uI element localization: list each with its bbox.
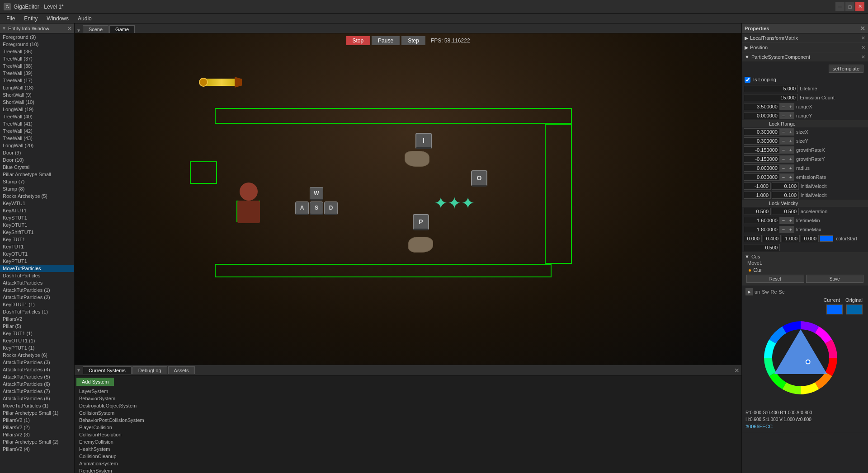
entity-item[interactable]: Foreground (10) <box>0 41 74 48</box>
left-panel-close[interactable]: ✕ <box>67 25 72 32</box>
initial-velocity-1b-input[interactable] <box>772 183 799 190</box>
entity-item[interactable]: KeyDTUT1 <box>0 221 74 229</box>
growth-rate-y-input[interactable] <box>744 155 780 163</box>
entity-item[interactable]: TreeWall (40) <box>0 113 74 120</box>
emission-rate-minus[interactable]: − <box>780 173 787 181</box>
radius-plus[interactable]: + <box>787 164 794 172</box>
emission-rate-plus[interactable]: + <box>787 173 794 181</box>
system-item[interactable]: PlayerCollision <box>76 424 740 431</box>
system-item[interactable]: LayerSystem <box>76 388 740 395</box>
radius-minus[interactable]: − <box>780 164 787 172</box>
entity-item[interactable]: Rocks Archetype (6) <box>0 351 74 359</box>
entity-item[interactable]: PillarsV2 (3) <box>0 431 74 438</box>
size-y-minus[interactable]: − <box>780 137 787 145</box>
size-x-input[interactable] <box>744 128 780 136</box>
reset-button[interactable]: Reset <box>746 275 804 283</box>
entity-item[interactable]: KeyPTUT1 (1) <box>0 344 74 351</box>
radius-input[interactable] <box>744 164 780 172</box>
acceleration-b-input[interactable] <box>772 208 799 215</box>
entity-item[interactable]: KeyITUT1 <box>0 236 74 243</box>
minimize-button[interactable]: ─ <box>835 2 844 11</box>
menu-entity[interactable]: Entity <box>19 14 42 23</box>
entity-item[interactable]: AttackTutParticles <box>0 279 74 286</box>
entity-item[interactable]: AttackTutParticles (8) <box>0 395 74 402</box>
color-start-swatch[interactable] <box>820 235 833 242</box>
system-item[interactable]: EnemyCollision <box>76 438 740 445</box>
maximize-button[interactable]: □ <box>845 2 854 11</box>
range-y-minus[interactable]: − <box>780 112 787 119</box>
entity-item[interactable]: Rocks Archetype (5) <box>0 192 74 200</box>
save-button[interactable]: Save <box>806 275 864 283</box>
entity-item[interactable]: Stump (8) <box>0 185 74 192</box>
entity-item[interactable]: TreeWall (38) <box>0 62 74 70</box>
range-x-plus[interactable]: + <box>787 103 794 110</box>
tab-current-systems[interactable]: Current Systems <box>83 366 132 374</box>
entity-item[interactable]: Blue Crystal <box>0 164 74 171</box>
system-item[interactable]: BehaviorSystem <box>76 395 740 402</box>
emission-rate-input[interactable] <box>744 173 780 181</box>
entity-item[interactable]: AttackTutParticles (1) <box>0 286 74 294</box>
entity-item[interactable]: LongWall (18) <box>0 84 74 91</box>
initial-velocity-1a-input[interactable] <box>744 183 771 190</box>
particle-system-header[interactable]: ▼ ParticleSystemComponent ✕ <box>742 52 868 61</box>
range-x-minus[interactable]: − <box>780 103 787 110</box>
bottom-panel-close[interactable]: ✕ <box>734 367 740 374</box>
entity-item[interactable]: PillarsV2 <box>0 315 74 323</box>
add-system-button[interactable]: Add System <box>76 378 114 386</box>
entity-item[interactable]: Door (9) <box>0 149 74 156</box>
entity-item[interactable]: Pillar Archetype Small <box>0 171 74 178</box>
local-transform-close[interactable]: ✕ <box>861 35 865 41</box>
entity-item[interactable]: KeyATUT1 <box>0 207 74 214</box>
entity-item[interactable]: KeyOTUT1 (1) <box>0 337 74 344</box>
is-looping-checkbox[interactable] <box>745 77 750 83</box>
range-x-input[interactable] <box>744 103 780 110</box>
system-item[interactable]: HealthSystem <box>76 445 740 453</box>
range-y-input[interactable] <box>744 112 780 119</box>
custom-section-header[interactable]: ▼ Cus <box>745 254 865 259</box>
tab-assets[interactable]: Assets <box>168 366 195 374</box>
entity-item[interactable]: AttackTutParticles (7) <box>0 388 74 395</box>
color-play-btn[interactable]: ▶ <box>745 288 753 295</box>
entity-item[interactable]: AttackTutParticles (5) <box>0 373 74 380</box>
acceleration-a-input[interactable] <box>744 208 771 215</box>
entity-item[interactable]: KeyWTU1 <box>0 200 74 207</box>
size-x-minus[interactable]: − <box>780 128 787 136</box>
entity-item[interactable]: Pillar (5) <box>0 323 74 330</box>
entity-item[interactable]: MoveTutParticles (1) <box>0 402 74 409</box>
lifetime-min-input[interactable] <box>744 217 780 224</box>
entity-item[interactable]: DashTutParticles <box>0 272 74 279</box>
entity-item[interactable]: Pillar Archetype Small (1) <box>0 409 74 417</box>
tab-scene[interactable]: Scene <box>83 25 108 33</box>
entity-item[interactable]: KeyITUT1 (1) <box>0 330 74 337</box>
size-y-plus[interactable]: + <box>787 137 794 145</box>
growth-rate-x-minus[interactable]: − <box>780 146 787 154</box>
tab-debug-log[interactable]: DebugLog <box>132 366 167 374</box>
tab-game[interactable]: Game <box>109 25 135 33</box>
entity-item[interactable]: TreeWall (42) <box>0 127 74 135</box>
initial-velocity-2a-input[interactable] <box>744 192 771 199</box>
entity-item[interactable]: TreeWall (17) <box>0 77 74 84</box>
growth-rate-y-minus[interactable]: − <box>780 155 787 163</box>
color-g-input[interactable] <box>763 235 781 242</box>
entity-item[interactable]: MoveTutParticles <box>0 265 74 272</box>
lifetime-max-input[interactable] <box>744 226 780 233</box>
range-y-plus[interactable]: + <box>787 112 794 119</box>
entity-item[interactable]: LongWall (20) <box>0 142 74 149</box>
entity-item[interactable]: TreeWall (41) <box>0 120 74 127</box>
entity-item[interactable]: PillarsV2 (4) <box>0 445 74 453</box>
system-item[interactable]: CollisionResolution <box>76 431 740 438</box>
system-item[interactable]: BehaviorPostCollisionSystem <box>76 417 740 424</box>
entity-item[interactable]: KeyPTUT1 <box>0 258 74 265</box>
set-template-button[interactable]: setTemplate <box>829 65 863 73</box>
size-y-input[interactable] <box>744 137 780 145</box>
system-item[interactable]: CollisionSystem <box>76 409 740 417</box>
system-item[interactable]: DestroyableObjectSystem <box>76 402 740 409</box>
local-transform-header[interactable]: ▶ LocalTransformMatrix ✕ <box>742 33 868 42</box>
emission-count-input[interactable] <box>744 94 798 101</box>
menu-audio[interactable]: Audio <box>73 14 96 23</box>
entity-item[interactable]: KeySTUT1 <box>0 214 74 221</box>
entity-item[interactable]: LongWall (19) <box>0 106 74 113</box>
entity-item[interactable]: Pillar Archetype Small (2) <box>0 438 74 445</box>
growth-rate-y-plus[interactable]: + <box>787 155 794 163</box>
menu-windows[interactable]: Windows <box>42 14 73 23</box>
